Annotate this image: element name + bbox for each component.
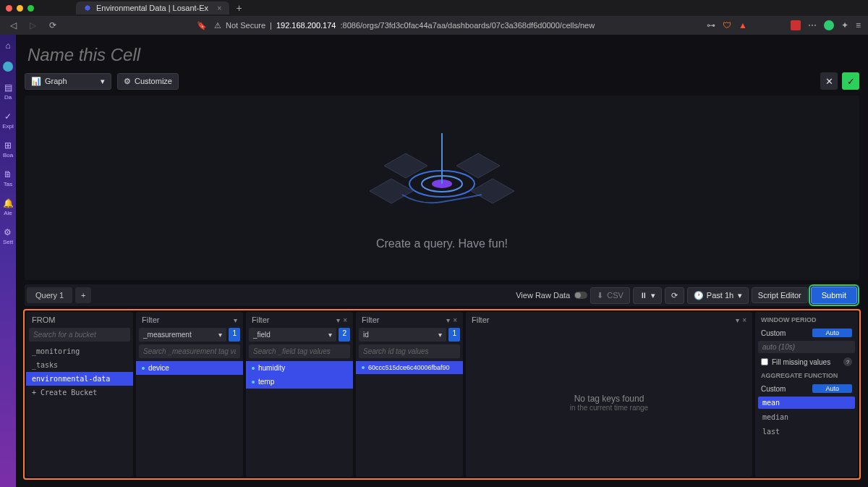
filter-header: Filter ▾× — [356, 312, 463, 328]
dot-icon — [142, 367, 145, 370]
minimize-window-icon[interactable] — [17, 5, 23, 12]
chevron-down-icon: ▾ — [651, 291, 655, 300]
close-tab-icon[interactable]: × — [217, 4, 221, 12]
bucket-item-environmental[interactable]: environmental-data — [26, 372, 133, 386]
forward-button[interactable]: ▷ — [27, 19, 39, 32]
query-builder: FROM _monitoring _tasks environmental-da… — [25, 310, 859, 478]
cell-title-input[interactable] — [25, 41, 314, 72]
agg-mean[interactable]: mean — [758, 397, 855, 409]
puzzle-icon[interactable]: ✦ — [841, 20, 848, 30]
view-raw-data-toggle[interactable]: View Raw Data — [516, 291, 587, 300]
fill-missing-checkbox[interactable]: Fill missing values ? — [758, 355, 855, 368]
close-icon[interactable]: × — [742, 316, 746, 324]
security-text: Not Secure — [226, 21, 265, 30]
close-icon: ✕ — [825, 76, 833, 87]
refresh-button[interactable]: ⟳ — [665, 287, 684, 304]
cancel-button[interactable]: ✕ — [820, 72, 838, 90]
create-bucket-button[interactable]: + Create Bucket — [26, 386, 133, 399]
sidebar-tasks[interactable]: 🗎Tas — [4, 169, 12, 187]
sidebar-data[interactable]: ▤Da — [4, 82, 12, 101]
new-tab-button[interactable]: + — [237, 2, 242, 14]
customize-button[interactable]: ⚙ Customize — [117, 73, 179, 90]
help-icon[interactable]: ? — [843, 357, 852, 366]
bucket-item-monitoring[interactable]: _monitoring — [26, 344, 133, 358]
bookmark-icon[interactable]: 🔖 — [197, 21, 207, 30]
url-path: :8086/orgs/73fd3c0fac44a7aa/dashboards/0… — [340, 21, 595, 30]
tag-key-selector[interactable]: _measurement▾ — [139, 328, 226, 342]
chevron-down-icon[interactable]: ▾ — [234, 316, 237, 324]
filter-search-input[interactable] — [249, 344, 350, 358]
tag-value-temp[interactable]: temp — [246, 375, 353, 389]
bell-icon: 🔔 — [3, 198, 14, 208]
app-body: ⌂ ▤Da ✓Expl ⊞Boa 🗎Tas 🔔Ale ⚙Sett 📊Graph … — [0, 35, 868, 487]
ext-dots-icon[interactable]: ⋯ — [808, 20, 817, 30]
sidebar-alerts[interactable]: 🔔Ale — [3, 198, 14, 216]
auto-button[interactable]: Auto — [812, 329, 852, 337]
home-icon: ⌂ — [5, 41, 10, 51]
tag-key-selector[interactable]: _field▾ — [249, 328, 336, 342]
filter-search-input[interactable] — [359, 344, 460, 358]
sidebar-explore[interactable]: ✓Expl — [2, 111, 14, 130]
chevron-down-icon[interactable]: ▾ — [336, 316, 340, 324]
from-header: FROM — [26, 312, 133, 328]
window-controls — [0, 1, 40, 15]
chevron-down-icon[interactable]: ▾ — [446, 316, 450, 324]
back-button[interactable]: ◁ — [7, 19, 20, 32]
time-range-dropdown[interactable]: 🕐Past 1h ▾ — [687, 287, 749, 304]
filter-search-input[interactable] — [139, 344, 240, 358]
close-window-icon[interactable] — [6, 5, 12, 12]
submit-button[interactable]: Submit — [811, 287, 857, 304]
browser-tab[interactable]: Environmental Data | Losant-Ex × — [76, 1, 229, 14]
pause-button[interactable]: ⏸▾ — [633, 287, 662, 304]
custom-label[interactable]: Custom — [761, 385, 786, 393]
menu-icon[interactable]: ≡ — [856, 20, 861, 30]
tag-value-id[interactable]: 60ccc515dce6c40006fbaf90 — [356, 361, 463, 374]
sidebar-settings[interactable]: ⚙Sett — [3, 227, 13, 245]
auto-button[interactable]: Auto — [812, 384, 852, 393]
shield-icon[interactable]: 🛡 — [723, 20, 731, 30]
ext-green-icon[interactable] — [824, 20, 834, 30]
bucket-item-tasks[interactable]: _tasks — [26, 358, 133, 372]
placeholder-graphic — [348, 126, 536, 227]
filter-count-badge: 1 — [448, 328, 460, 342]
key-icon[interactable]: ⊶ — [707, 20, 715, 30]
browser-chrome: Environmental Data | Losant-Ex × + ◁ ▷ ⟳… — [0, 0, 868, 35]
url-bar[interactable]: ⚠ Not Secure | 192.168.200.174 :8086/org… — [214, 21, 699, 30]
viz-placeholder-text: Create a query. Have fun! — [376, 237, 508, 250]
agg-median[interactable]: median — [758, 411, 855, 423]
close-icon[interactable]: × — [343, 316, 347, 324]
sidebar-user[interactable] — [3, 62, 13, 72]
export-csv-button[interactable]: ⬇ CSV — [590, 287, 630, 304]
confirm-button[interactable]: ✓ — [842, 72, 859, 90]
url-host: 192.168.200.174 — [276, 21, 336, 30]
visualization-area: Create a query. Have fun! — [25, 96, 859, 280]
tag-value-device[interactable]: device — [136, 361, 243, 375]
add-query-button[interactable]: + — [75, 287, 91, 303]
checkbox-icon[interactable] — [761, 358, 768, 365]
brave-icon[interactable]: ▲ — [739, 20, 747, 30]
gear-icon: ⚙ — [124, 77, 131, 86]
custom-label[interactable]: Custom — [761, 329, 786, 337]
query-tab[interactable]: Query 1 — [27, 287, 72, 303]
dot-icon — [252, 381, 255, 384]
explore-icon: ✓ — [4, 111, 12, 122]
viz-type-dropdown[interactable]: 📊Graph ▾ — [25, 73, 111, 90]
script-editor-button[interactable]: Script Editor — [752, 287, 808, 303]
chevron-down-icon: ▾ — [328, 331, 332, 339]
window-period-header: WINDOW PERIOD — [758, 315, 855, 325]
sidebar-home[interactable]: ⌂ — [5, 41, 10, 51]
tag-key-selector[interactable]: id▾ — [359, 328, 446, 342]
aggregate-header: AGGREGATE FUNCTION — [758, 370, 855, 381]
reload-button[interactable]: ⟳ — [46, 19, 59, 32]
tag-value-humidity[interactable]: humidity — [246, 361, 353, 375]
ext-red-icon[interactable] — [791, 20, 801, 30]
close-icon[interactable]: × — [453, 316, 457, 324]
bucket-search-input[interactable] — [29, 328, 130, 342]
period-input[interactable] — [758, 341, 855, 353]
agg-last[interactable]: last — [758, 425, 855, 438]
chevron-down-icon[interactable]: ▾ — [736, 316, 739, 324]
maximize-window-icon[interactable] — [27, 5, 34, 12]
dot-icon — [252, 367, 255, 370]
sidebar-boards[interactable]: ⊞Boa — [3, 140, 13, 158]
download-icon: ⬇ — [597, 291, 603, 300]
